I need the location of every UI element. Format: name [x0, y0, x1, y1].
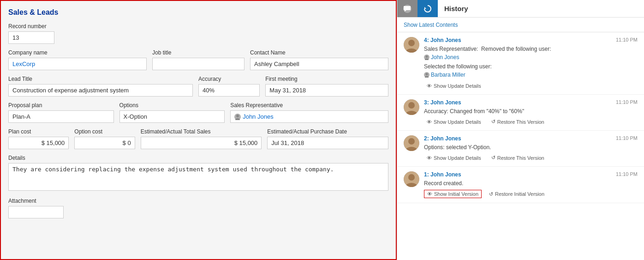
show-update-btn-3[interactable]: 👁 Show Update Details — [424, 118, 484, 126]
proposal-plan-group: Proposal plan — [8, 102, 114, 123]
job-title-group: Job title — [152, 49, 244, 70]
history-header: History — [397, 0, 644, 18]
accuracy-group: Accuracy — [198, 76, 260, 97]
show-update-btn-4[interactable]: 👁 Show Update Details — [424, 82, 484, 90]
svg-point-21 — [408, 174, 415, 181]
options-label: Options — [119, 102, 225, 109]
attachment-input[interactable] — [8, 206, 64, 218]
history-user-1[interactable]: 1: John Jones — [424, 171, 461, 178]
eye-icon-2: 👁 — [427, 155, 432, 161]
details-group: Details They are considering replacing t… — [8, 155, 388, 192]
restore-btn-2[interactable]: ↺ Restore This Version — [489, 154, 547, 162]
history-item-content: 2: John Jones 11:10 PM Options: selected… — [424, 135, 638, 162]
svg-point-1 — [236, 115, 239, 117]
lead-title-label: Lead Title — [8, 76, 193, 82]
details-label: Details — [8, 155, 388, 161]
show-latest-btn[interactable]: Show Latest Contents — [404, 22, 458, 28]
est-purchase-label: Estimated/Actual Purchase Date — [267, 128, 388, 135]
history-desc-2: Options: selected Y-Option. — [424, 143, 638, 151]
history-item-top: 1: John Jones 11:10 PM — [424, 171, 638, 178]
details-textarea[interactable]: They are considering replacing the expen… — [8, 163, 388, 191]
history-desc-1: Record created. — [424, 179, 638, 187]
record-number-label: Record number — [8, 23, 388, 30]
refresh-icon — [423, 4, 432, 13]
est-purchase-input[interactable] — [267, 137, 388, 149]
est-total-input[interactable] — [141, 137, 262, 149]
lead-title-input[interactable] — [8, 84, 193, 97]
contact-name-input[interactable] — [250, 58, 388, 70]
company-row: Company name Job title Contact Name — [8, 49, 388, 70]
contact-name-group: Contact Name — [250, 49, 388, 70]
history-panel: History Show Latest Contents 4: John Jon… — [397, 0, 644, 260]
restore-initial-btn[interactable]: ↺ Restore Initial Version — [486, 190, 547, 198]
sales-rep-name: John Jones — [243, 113, 274, 120]
history-title: History — [438, 0, 475, 17]
avatar — [404, 135, 419, 151]
show-update-btn-2[interactable]: 👁 Show Update Details — [424, 154, 484, 162]
svg-marker-4 — [424, 7, 426, 9]
avatar — [404, 99, 419, 115]
comment-icon-btn[interactable] — [397, 0, 417, 17]
restore-icon-1: ↺ — [489, 191, 493, 197]
history-actions-1: 👁 Show Initial Version ↺ Restore Initial… — [424, 190, 638, 198]
selected-user-ref: Barbara Miller — [424, 71, 465, 79]
history-user-3[interactable]: 3: John Jones — [424, 99, 461, 106]
proposal-plan-input[interactable] — [8, 110, 114, 123]
history-item-content: 1: John Jones 11:10 PM Record created. 👁… — [424, 171, 638, 198]
record-number-input[interactable] — [8, 31, 54, 44]
history-item: 3: John Jones 11:10 PM Accuracy: Changed… — [397, 95, 644, 131]
plan-cost-label: Plan cost — [8, 128, 69, 135]
removed-user-name[interactable]: John Jones — [431, 53, 459, 61]
options-group: Options — [119, 102, 225, 123]
history-desc-3: Accuracy: Changed from "40%" to "60%" — [424, 107, 638, 115]
restore-icon-2: ↺ — [491, 155, 495, 161]
company-name-group: Company name — [8, 49, 147, 70]
record-number-group: Record number — [8, 23, 388, 44]
option-cost-input[interactable] — [74, 137, 135, 149]
job-title-label: Job title — [152, 49, 244, 56]
history-item-top: 4: John Jones 11:10 PM — [424, 37, 638, 43]
avatar — [404, 37, 419, 53]
history-time-4: 11:10 PM — [616, 37, 638, 42]
show-latest-section: Show Latest Contents — [397, 18, 644, 32]
history-list: 4: John Jones 11:10 PM Sales Representat… — [397, 32, 644, 260]
sales-leads-panel: Sales & Leads Record number Company name… — [0, 0, 397, 260]
show-initial-btn[interactable]: 👁 Show Initial Version — [424, 190, 482, 198]
sales-rep-group: Sales Representative John Jones — [230, 102, 388, 123]
user-avatar-icon — [234, 114, 241, 120]
history-user-4[interactable]: 4: John Jones — [424, 37, 461, 43]
history-item: 4: John Jones 11:10 PM Sales Representat… — [397, 32, 644, 95]
plan-row: Proposal plan Options Sales Representati… — [8, 102, 388, 123]
eye-icon-1: 👁 — [427, 191, 432, 197]
first-meeting-input[interactable] — [265, 84, 388, 97]
company-name-label: Company name — [8, 49, 147, 56]
removed-user-ref: John Jones — [424, 53, 459, 61]
option-cost-group: Option cost — [74, 128, 135, 149]
refresh-icon-btn[interactable] — [417, 0, 438, 17]
est-total-group: Estimated/Actual Total Sales — [141, 128, 262, 149]
restore-btn-3[interactable]: ↺ Restore This Version — [489, 118, 547, 126]
lead-title-row: Lead Title Accuracy First meeting — [8, 76, 388, 97]
accuracy-input[interactable] — [198, 84, 260, 97]
attachment-label: Attachment — [8, 198, 388, 204]
est-purchase-group: Estimated/Actual Purchase Date — [267, 128, 388, 149]
first-meeting-group: First meeting — [265, 76, 388, 97]
accuracy-label: Accuracy — [198, 76, 260, 82]
history-item-top: 3: John Jones 11:10 PM — [424, 99, 638, 106]
plan-cost-group: Plan cost — [8, 128, 69, 149]
svg-point-6 — [408, 40, 415, 46]
plan-cost-input[interactable] — [8, 137, 69, 149]
history-desc-4: Sales Representative: Removed the follow… — [424, 45, 638, 80]
history-actions-4: 👁 Show Update Details — [424, 82, 638, 90]
history-user-2[interactable]: 2: John Jones — [424, 135, 461, 142]
sales-rep-input[interactable]: John Jones — [230, 110, 388, 123]
selected-user-name[interactable]: Barbara Miller — [431, 71, 465, 79]
history-time-2: 11:10 PM — [616, 135, 638, 141]
attachment-group: Attachment — [8, 198, 388, 218]
job-title-input[interactable] — [152, 58, 244, 70]
first-meeting-label: First meeting — [265, 76, 388, 82]
sales-rep-label: Sales Representative — [230, 102, 388, 109]
avatar — [404, 171, 419, 187]
options-input[interactable] — [119, 110, 225, 123]
company-name-input[interactable] — [8, 58, 147, 70]
